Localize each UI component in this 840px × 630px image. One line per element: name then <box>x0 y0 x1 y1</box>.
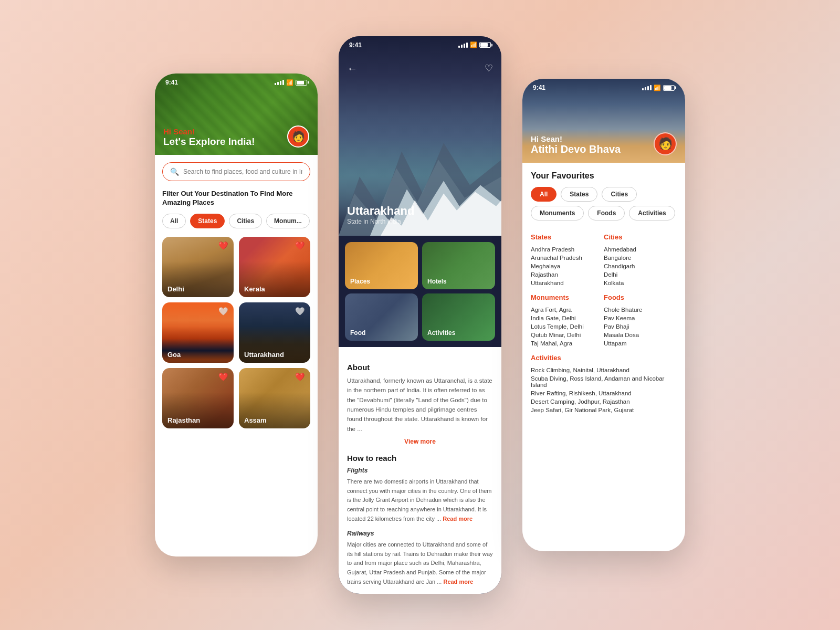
places-grid: ❤️ Delhi ❤️ Kerala 🤍 Goa 🤍 Uttarakhand ❤… <box>162 237 310 428</box>
list-item: Desert Camping, Jodhpur, Rajasthan <box>531 397 677 406</box>
search-bar[interactable]: 🔍 <box>162 162 310 181</box>
battery-icon-3 <box>663 85 675 91</box>
hero-text-1: Hi Sean! Let's Explore India! <box>163 127 255 148</box>
heart-kerala[interactable]: ❤️ <box>295 241 305 250</box>
heart-delhi[interactable]: ❤️ <box>218 241 228 250</box>
heart-uttarakhand[interactable]: 🤍 <box>295 307 305 316</box>
filter-monuments[interactable]: Monum... <box>266 214 310 228</box>
place-card-goa[interactable]: 🤍 Goa <box>162 302 234 363</box>
list-item: Pav Bhaji <box>604 322 677 331</box>
place-card-rajasthan[interactable]: ❤️ Rajasthan <box>162 368 234 428</box>
tile-food[interactable]: Food <box>345 293 418 341</box>
list-item: Jeep Safari, Gir National Park, Gujarat <box>531 406 677 414</box>
wifi-icon-1: 📶 <box>286 79 293 86</box>
place-name-kerala: Kerala <box>244 285 265 293</box>
status-bar-1: 9:41 📶 <box>155 74 318 89</box>
foods-list: Chole Bhature Pav Keema Pav Bhaji Masala… <box>604 306 677 348</box>
phone-1: 9:41 📶 Hi Sean! Let's Explore India! 🧑 🔍… <box>155 74 318 556</box>
railways-text: Major cities are connected to Uttarakhan… <box>347 540 493 586</box>
list-item: Scuba Diving, Ross Island, Andaman and N… <box>531 374 677 389</box>
heart-assam[interactable]: ❤️ <box>295 372 305 382</box>
favourites-title: Your Favourites <box>531 171 677 181</box>
place-card-assam[interactable]: ❤️ Assam <box>239 368 310 428</box>
tile-hotels[interactable]: Hotels <box>422 242 495 289</box>
place-name-delhi: Delhi <box>167 285 184 293</box>
back-button[interactable]: ← <box>347 62 358 75</box>
cities-list: Ahmedabad Bangalore Chandigarh Delhi Kol… <box>604 245 677 287</box>
filter-title: Filter Out Your Destination To Find More… <box>162 190 310 207</box>
hero-3: 9:41 📶 Hi Sean! Atithi Devo Bhava 🧑 <box>522 79 685 163</box>
list-item: Uttapam <box>604 339 677 348</box>
tile-activities[interactable]: Activities <box>422 293 495 341</box>
cat-title-cities: Cities <box>604 233 677 241</box>
wifi-icon-2: 📶 <box>470 41 477 48</box>
cat-title-states: States <box>531 233 604 241</box>
cat-title-foods: Foods <box>604 293 677 301</box>
time-2: 9:41 <box>349 41 362 49</box>
fav-pill-activities[interactable]: Activities <box>629 206 675 220</box>
view-more-button[interactable]: View more <box>347 438 493 445</box>
phone-3: 9:41 📶 Hi Sean! Atithi Devo Bhava 🧑 Your… <box>522 79 685 551</box>
flights-read-more[interactable]: Read more <box>443 516 472 522</box>
subtitle-1: Let's Explore India! <box>163 136 255 148</box>
place-card-uttarakhand[interactable]: 🤍 Uttarakhand <box>239 302 310 363</box>
filter-states[interactable]: States <box>190 214 225 228</box>
place-card-delhi[interactable]: ❤️ Delhi <box>162 237 234 297</box>
list-item: Masala Dosa <box>604 331 677 339</box>
flights-heading: Flights <box>347 467 493 474</box>
about-title: About <box>347 363 493 372</box>
filter-cities[interactable]: Cities <box>229 214 262 228</box>
status-bar-2: 9:41 📶 <box>339 36 501 52</box>
avatar-3[interactable]: 🧑 <box>654 132 677 155</box>
greeting-3: Hi Sean! <box>531 134 621 143</box>
state-subtitle: State in North India <box>347 218 414 225</box>
railways-read-more[interactable]: Read more <box>443 579 473 585</box>
hero-3-text: Hi Sean! Atithi Devo Bhava <box>531 134 621 155</box>
list-item: Chandigarh <box>604 262 677 270</box>
place-card-kerala[interactable]: ❤️ Kerala <box>239 237 310 297</box>
list-item: Ahmedabad <box>604 245 677 254</box>
heart-goa[interactable]: 🤍 <box>218 307 228 316</box>
states-list: Andhra Pradesh Arunachal Pradesh Meghala… <box>531 245 604 287</box>
state-name: Uttarakhand <box>347 204 414 218</box>
wifi-icon-3: 📶 <box>654 85 661 91</box>
fav-pill-foods[interactable]: Foods <box>588 206 625 220</box>
place-name-goa: Goa <box>167 351 181 359</box>
tile-hotels-label: Hotels <box>427 278 447 285</box>
about-section: About Uttarakhand, formerly known as Utt… <box>347 363 493 445</box>
cat-title-monuments: Monuments <box>531 293 604 301</box>
fav-pill-cities[interactable]: Cities <box>602 187 637 202</box>
list-item: India Gate, Delhi <box>531 314 604 322</box>
list-item: Andhra Pradesh <box>531 245 604 254</box>
monuments-list: Agra Fort, Agra India Gate, Delhi Lotus … <box>531 306 604 348</box>
fav-pill-states[interactable]: States <box>561 187 597 202</box>
fav-pill-all[interactable]: All <box>531 187 556 202</box>
filter-all[interactable]: All <box>162 214 186 228</box>
cat-title-activities: Activities <box>531 354 677 362</box>
list-item: Rajasthan <box>531 270 604 279</box>
col-states: States Andhra Pradesh Arunachal Pradesh … <box>531 227 604 348</box>
search-input[interactable] <box>183 168 302 175</box>
battery-icon-2 <box>479 42 491 48</box>
tile-places-label: Places <box>350 278 370 285</box>
list-item: Arunachal Pradesh <box>531 254 604 262</box>
favourite-button[interactable]: ♡ <box>485 62 493 74</box>
activities-list: Rock Climbing, Nainital, Uttarakhand Scu… <box>531 366 677 414</box>
heart-rajasthan[interactable]: ❤️ <box>218 372 228 382</box>
list-item: Uttarakhand <box>531 279 604 287</box>
activities-section: Activities Rock Climbing, Nainital, Utta… <box>531 354 677 414</box>
avatar-1[interactable]: 🧑 <box>287 125 309 148</box>
phone-2: 9:41 📶 ← ♡ Uttarakhand State in North In… <box>339 36 501 594</box>
signal-icon-2 <box>458 43 468 48</box>
list-item: Delhi <box>604 270 677 279</box>
tile-places[interactable]: Places <box>345 242 418 289</box>
battery-icon-1 <box>296 80 307 86</box>
list-item: Lotus Temple, Delhi <box>531 322 604 331</box>
phone-2-content: About Uttarakhand, formerly known as Utt… <box>339 347 501 594</box>
list-item: River Rafting, Rishikesh, Uttarakhand <box>531 389 677 397</box>
fav-pill-monuments[interactable]: Monuments <box>531 206 584 220</box>
search-icon: 🔍 <box>170 167 179 176</box>
railways-heading: Railways <box>347 530 493 537</box>
list-item: Qutub Minar, Delhi <box>531 331 604 339</box>
time-1: 9:41 <box>165 79 178 86</box>
